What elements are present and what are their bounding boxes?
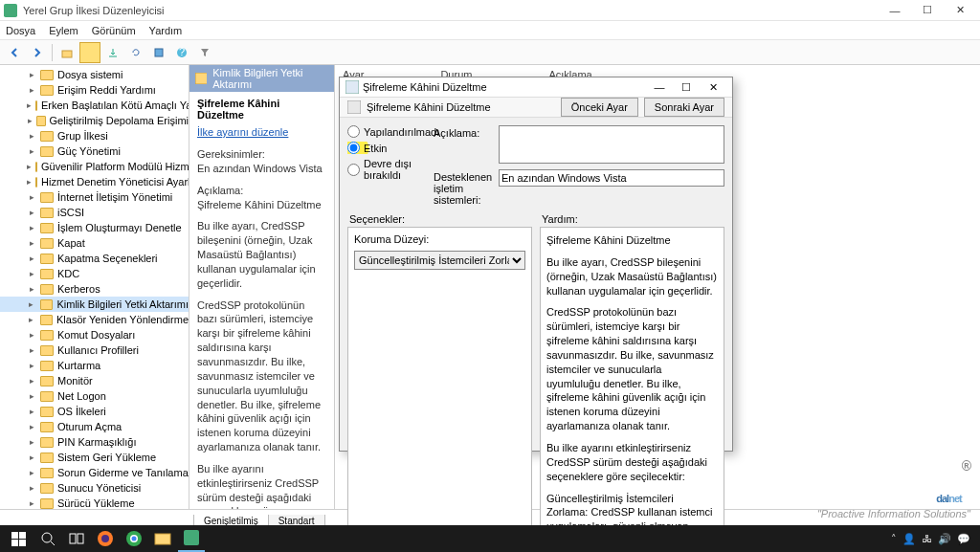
svg-rect-13: [78, 534, 83, 543]
tree-item[interactable]: ▸Klasör Yeniden Yönlendirme: [0, 312, 189, 327]
tree-item[interactable]: ▸Kimlik Bilgileri Yetki Aktarımı: [0, 297, 189, 312]
tree-item[interactable]: ▸İnternet İletişim Yönetimi: [0, 189, 189, 205]
tree-item[interactable]: ▸Net Logon: [0, 388, 189, 404]
dialog-close-button[interactable]: ✕: [700, 77, 726, 97]
caret-icon: ▸: [27, 299, 36, 309]
tray-network-icon[interactable]: 🖧: [922, 533, 932, 544]
tree-item[interactable]: ▸Kurtarma: [0, 358, 189, 373]
help-panel[interactable]: Şifreleme Kâhini Düzeltme Bu ilke ayarı,…: [540, 227, 724, 552]
svg-rect-2: [84, 47, 96, 58]
filter-button[interactable]: [194, 42, 215, 63]
tree-item[interactable]: ▸Grup İlkesi: [0, 128, 189, 144]
menu-view[interactable]: Görünüm: [92, 25, 136, 36]
caret-icon: ▸: [27, 376, 36, 386]
next-setting-button[interactable]: Sonraki Ayar: [644, 98, 724, 117]
tree-pane[interactable]: ▸Dosya sistemi▸Erişim Reddi Yardımı▸Erke…: [0, 65, 189, 509]
folder-icon: [40, 361, 54, 371]
refresh-button[interactable]: [125, 42, 146, 63]
edit-policy-link[interactable]: İlke ayarını düzenle: [197, 126, 326, 138]
tree-item-label: Güvenilir Platform Modülü Hizmetleri: [41, 161, 189, 172]
taskbar-explorer-icon[interactable]: [149, 525, 176, 552]
export-button[interactable]: [102, 42, 123, 63]
tree-item[interactable]: ▸İşlem Oluşturmayı Denetle: [0, 220, 189, 235]
caret-icon: ▸: [27, 437, 36, 447]
tray-up-icon[interactable]: ˄: [891, 533, 897, 545]
tree-item[interactable]: ▸Güç Yönetimi: [0, 144, 189, 159]
tree-item[interactable]: ▸Kapatma Seçenekleri: [0, 251, 189, 266]
help-button[interactable]: ?: [171, 42, 192, 63]
tree-item[interactable]: ▸Sorun Giderme ve Tanılama: [0, 465, 189, 480]
radio-disabled[interactable]: Devre dışı bırakıldı: [347, 158, 426, 181]
tree-item[interactable]: ▸Erken Başlatılan Kötü Amaçlı Yazılımdan…: [0, 98, 189, 113]
caret-icon: ▸: [27, 177, 32, 187]
tree-item-label: Kimlik Bilgileri Yetki Aktarımı: [56, 298, 189, 310]
caret-icon: ▸: [27, 238, 36, 248]
minimize-button[interactable]: —: [879, 0, 911, 21]
tree-item[interactable]: ▸Monitör: [0, 373, 189, 388]
tree-item-label: Geliştirilmiş Depolama Erişimi: [50, 115, 189, 126]
taskbar-taskview-icon[interactable]: [63, 525, 90, 552]
taskbar-gpedit-icon[interactable]: [178, 525, 205, 552]
back-button[interactable]: [4, 42, 25, 63]
start-button[interactable]: [4, 525, 33, 552]
dialog-maximize-button[interactable]: ☐: [673, 77, 700, 97]
svg-point-11: [42, 533, 52, 542]
tree-item[interactable]: ▸Sistem Geri Yükleme: [0, 450, 189, 465]
tray-volume-icon[interactable]: 🔊: [938, 533, 951, 545]
taskbar: ˄ 👤 🖧 🔊 💬: [0, 525, 980, 552]
caret-icon: ▸: [27, 284, 36, 294]
folder-icon: [40, 468, 54, 478]
show-hide-button[interactable]: [79, 42, 100, 63]
forward-button[interactable]: [27, 42, 48, 63]
radio-not-configured[interactable]: Yapılandırılmadı: [347, 125, 426, 138]
tray-notifications-icon[interactable]: 💬: [957, 533, 970, 545]
tree-item[interactable]: ▸Oturum Açma: [0, 419, 189, 434]
tree-item[interactable]: ▸Erişim Reddi Yardımı: [0, 82, 189, 98]
caret-icon: ▸: [27, 116, 33, 125]
toolbar-sep: [52, 44, 53, 61]
tree-item[interactable]: ▸KDC: [0, 266, 189, 281]
radio-enabled[interactable]: Etkin: [347, 142, 426, 154]
caret-icon: ▸: [27, 223, 36, 232]
caret-icon: ▸: [27, 146, 36, 156]
menu-action[interactable]: Eylem: [49, 25, 78, 36]
tree-item-label: Sunucu Yöneticisi: [57, 482, 141, 494]
tree-item[interactable]: ▸Kerberos: [0, 281, 189, 297]
tree-item-label: Oturum Açma: [57, 421, 122, 432]
description-pane: Kimlik Bilgileri Yetki Aktarımı Şifrelem…: [189, 65, 335, 509]
tree-item[interactable]: ▸PIN Karmaşıklığı: [0, 434, 189, 450]
dialog-minimize-button[interactable]: —: [646, 77, 673, 97]
taskbar-chrome-icon[interactable]: [121, 525, 147, 552]
prev-setting-button[interactable]: Önceki Ayar: [561, 98, 638, 117]
tree-item[interactable]: ▸Sunucu Yöneticisi: [0, 480, 189, 496]
tree-item[interactable]: ▸Hizmet Denetim Yöneticisi Ayarları: [0, 174, 189, 189]
menu-help[interactable]: Yardım: [149, 25, 183, 36]
maximize-button[interactable]: ☐: [911, 0, 944, 21]
caret-icon: ▸: [27, 453, 36, 462]
folder-icon: [40, 254, 54, 264]
desc-value: Şifreleme Kâhini Düzeltme: [197, 199, 322, 210]
tree-item[interactable]: ▸OS İlkeleri: [0, 404, 189, 419]
tree-item[interactable]: ▸Güvenilir Platform Modülü Hizmetleri: [0, 159, 189, 174]
up-button[interactable]: [56, 42, 78, 63]
description-header: Kimlik Bilgileri Yetki Aktarımı: [189, 65, 334, 92]
taskbar-search-icon[interactable]: [34, 525, 61, 552]
tree-item[interactable]: ▸Sürücü Yükleme: [0, 496, 189, 509]
tree-item[interactable]: ▸iSCSI: [0, 205, 189, 220]
tree-item[interactable]: ▸Dosya sistemi: [0, 67, 189, 82]
folder-icon: [40, 391, 54, 402]
tray-people-icon[interactable]: 👤: [902, 533, 916, 545]
tree-item[interactable]: ▸Kapat: [0, 235, 189, 251]
app-icon: [4, 4, 17, 17]
tree-item[interactable]: ▸Komut Dosyaları: [0, 327, 189, 342]
tree-item[interactable]: ▸Geliştirilmiş Depolama Erişimi: [0, 113, 189, 128]
setting-title: Şifreleme Kâhini Düzeltme: [197, 98, 326, 121]
tree-item[interactable]: ▸Kullanıcı Profilleri: [0, 342, 189, 358]
properties-button[interactable]: [148, 42, 169, 63]
dialog-desc-textarea[interactable]: [499, 125, 724, 164]
close-button[interactable]: ✕: [944, 0, 976, 21]
menu-file[interactable]: Dosya: [6, 25, 35, 36]
protection-level-select[interactable]: Güncelleştirilmiş İstemcileri Zorla: [354, 251, 525, 270]
taskbar-firefox-icon[interactable]: [92, 525, 119, 552]
caret-icon: ▸: [27, 468, 36, 477]
